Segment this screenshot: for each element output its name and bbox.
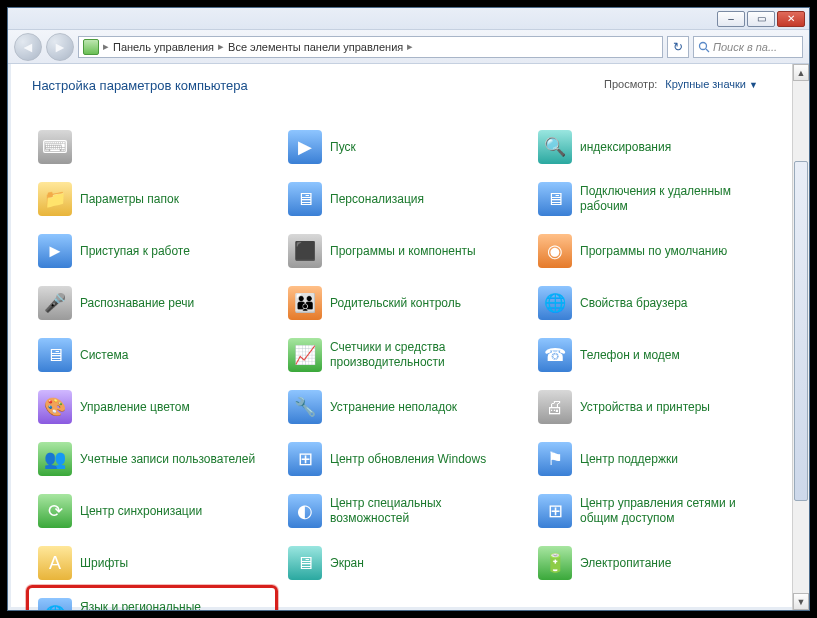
refresh-button[interactable]: ↻ [667, 36, 689, 58]
search-placeholder: Поиск в па... [713, 41, 777, 53]
item-icon: 🖥 [38, 338, 72, 372]
scroll-up-button[interactable]: ▲ [793, 64, 809, 81]
item-icon: 🖥 [288, 546, 322, 580]
close-button[interactable]: ✕ [777, 11, 805, 27]
item-icon: 🎨 [38, 390, 72, 424]
vertical-scrollbar[interactable]: ▲ ▼ [792, 64, 809, 610]
item-icon: ⬛ [288, 234, 322, 268]
item-label: Центр обновления Windows [330, 452, 486, 467]
item-icon: 🖥 [288, 182, 322, 216]
item-label: Система [80, 348, 128, 363]
item-icon: 🔋 [538, 546, 572, 580]
item-label: Распознавание речи [80, 296, 194, 311]
breadcrumb-sep-icon: ▸ [407, 40, 413, 53]
control-panel-item[interactable]: ►Приступая к работе [32, 225, 282, 277]
item-icon: ☎ [538, 338, 572, 372]
search-icon [698, 41, 710, 53]
item-label: Шрифты [80, 556, 128, 571]
item-icon: 🎤 [38, 286, 72, 320]
item-label: Программы и компоненты [330, 244, 476, 259]
item-label: Учетные записи пользователей [80, 452, 255, 467]
control-panel-item[interactable]: ⊞Центр обновления Windows [282, 433, 532, 485]
scroll-down-button[interactable]: ▼ [793, 593, 809, 610]
control-panel-item[interactable]: AШрифты [32, 537, 282, 589]
item-label: Экран [330, 556, 364, 571]
item-label: Центр поддержки [580, 452, 678, 467]
breadcrumb-sep-icon: ▸ [218, 40, 224, 53]
item-label: Управление цветом [80, 400, 190, 415]
nav-back-button[interactable]: ◄ [14, 33, 42, 61]
item-icon: ⚑ [538, 442, 572, 476]
navigation-bar: ◄ ► ▸ Панель управления ▸ Все элементы п… [8, 30, 809, 64]
scroll-track[interactable] [793, 81, 809, 593]
item-label: Центр синхронизации [80, 504, 202, 519]
control-panel-item[interactable]: 🎨Управление цветом [32, 381, 282, 433]
breadcrumb-2[interactable]: Все элементы панели управления [228, 41, 403, 53]
item-icon: ◐ [288, 494, 322, 528]
item-label: Телефон и модем [580, 348, 680, 363]
item-label: Свойства браузера [580, 296, 688, 311]
control-panel-item[interactable]: 🖥Подключения к удаленным рабочим [532, 173, 782, 225]
item-icon: 📈 [288, 338, 322, 372]
control-panel-item[interactable]: ▶Пуск [282, 121, 532, 173]
search-input[interactable]: Поиск в па... [693, 36, 803, 58]
item-icon: ⊞ [538, 494, 572, 528]
control-panel-item[interactable]: 🖥Экран [282, 537, 532, 589]
item-label: Параметры папок [80, 192, 179, 207]
item-label: Электропитание [580, 556, 671, 571]
view-selector: Просмотр: Крупные значки ▼ [604, 78, 758, 90]
control-panel-item[interactable]: ◐Центр специальных возможностей [282, 485, 532, 537]
item-icon: ⊞ [288, 442, 322, 476]
control-panel-item[interactable]: 🖥Персонализация [282, 173, 532, 225]
control-panel-item[interactable]: ⊞Центр управления сетями и общим доступо… [532, 485, 782, 537]
maximize-button[interactable]: ▭ [747, 11, 775, 27]
view-dropdown[interactable]: Крупные значки ▼ [665, 78, 758, 90]
control-panel-item[interactable]: ⚑Центр поддержки [532, 433, 782, 485]
control-panel-item[interactable]: 👥Учетные записи пользователей [32, 433, 282, 485]
minimize-button[interactable]: – [717, 11, 745, 27]
control-panel-item[interactable]: ◉Программы по умолчанию [532, 225, 782, 277]
item-label: индексирования [580, 140, 671, 155]
item-icon: 🔧 [288, 390, 322, 424]
address-bar[interactable]: ▸ Панель управления ▸ Все элементы панел… [78, 36, 663, 58]
control-panel-item[interactable]: ⬛Программы и компоненты [282, 225, 532, 277]
item-icon: 🖥 [538, 182, 572, 216]
item-label: Устранение неполадок [330, 400, 457, 415]
scroll-thumb[interactable] [794, 161, 808, 501]
chevron-down-icon: ▼ [749, 80, 758, 90]
control-panel-item[interactable]: ☎Телефон и модем [532, 329, 782, 381]
control-panel-item[interactable]: ⌨ [32, 121, 282, 173]
item-label: Приступая к работе [80, 244, 190, 259]
control-panel-item[interactable]: 🎤Распознавание речи [32, 277, 282, 329]
control-panel-item[interactable]: 🖥Система [32, 329, 282, 381]
control-panel-item[interactable]: 🖨Устройства и принтеры [532, 381, 782, 433]
breadcrumb-1[interactable]: Панель управления [113, 41, 214, 53]
item-icon: ► [38, 234, 72, 268]
content-area: Настройка параметров компьютера Просмотр… [8, 64, 809, 610]
control-panel-item[interactable]: 🌐Язык и региональные стандарты [32, 589, 282, 610]
control-panel-item[interactable]: 🌐Свойства браузера [532, 277, 782, 329]
item-icon: ▶ [288, 130, 322, 164]
svg-line-1 [706, 49, 709, 52]
item-icon: 🌐 [538, 286, 572, 320]
item-icon: A [38, 546, 72, 580]
view-label: Просмотр: [604, 78, 657, 90]
item-icon: ◉ [538, 234, 572, 268]
item-label: Родительский контроль [330, 296, 461, 311]
item-icon: 👥 [38, 442, 72, 476]
control-panel-item[interactable]: 🔋Электропитание [532, 537, 782, 589]
control-panel-item[interactable]: 🔧Устранение неполадок [282, 381, 532, 433]
item-icon: ⌨ [38, 130, 72, 164]
control-panel-window: – ▭ ✕ ◄ ► ▸ Панель управления ▸ Все элем… [7, 7, 810, 611]
control-panel-item[interactable]: 📈Счетчики и средства производительности [282, 329, 532, 381]
item-icon: 👪 [288, 286, 322, 320]
control-panel-item[interactable]: 👪Родительский контроль [282, 277, 532, 329]
item-label: Персонализация [330, 192, 424, 207]
item-icon: ⟳ [38, 494, 72, 528]
titlebar: – ▭ ✕ [8, 8, 809, 30]
control-panel-item[interactable]: 📁Параметры папок [32, 173, 282, 225]
control-panel-item[interactable]: ⟳Центр синхронизации [32, 485, 282, 537]
nav-forward-button[interactable]: ► [46, 33, 74, 61]
item-label: Счетчики и средства производительности [330, 340, 510, 370]
control-panel-item[interactable]: 🔍индексирования [532, 121, 782, 173]
